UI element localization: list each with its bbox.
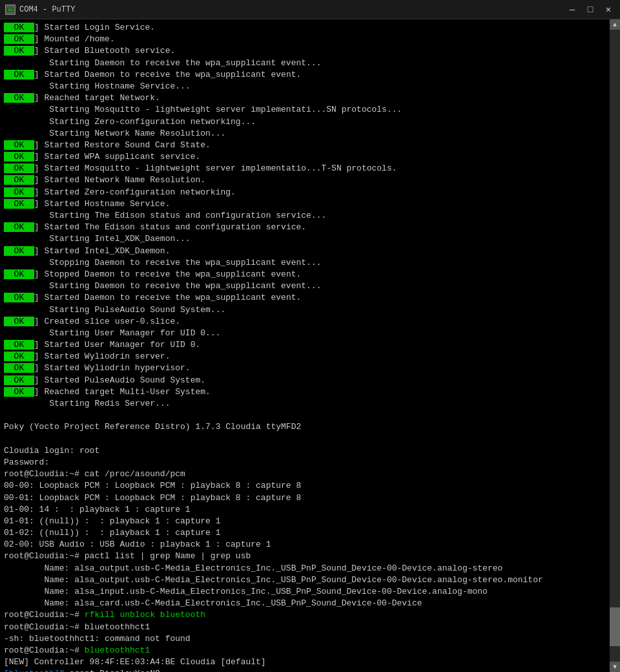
terminal-line: OK ] Started Restore Sound Card State.: [4, 140, 616, 151]
terminal-line: OK ] Started User Manager for UID 0.: [4, 339, 616, 351]
terminal-line: Starting Zero-configuration networking..…: [4, 116, 616, 128]
ok-badge: OK: [4, 269, 34, 279]
ok-badge: OK: [4, 293, 34, 302]
terminal-line: Cloudia login: root: [4, 445, 616, 457]
ok-badge: OK: [4, 340, 34, 350]
terminal-line: OK ] Created slice user-0.slice.: [4, 316, 616, 328]
terminal-line: OK ] Started Mosquitto - lightweight ser…: [4, 163, 616, 174]
terminal-line: [NEW] Controller 98:4F:EE:03:A4:BE Cloud…: [4, 656, 616, 668]
ok-badge: OK: [4, 140, 34, 150]
scrollbar[interactable]: ▲ ▼: [610, 19, 620, 672]
terminal-line: OK ] Stopped Daemon to receive the wpa_s…: [4, 269, 616, 280]
terminal-line: OK ] Started PulseAudio Sound System.: [4, 375, 616, 386]
ok-badge: OK: [4, 163, 34, 173]
terminal-line: OK ] Started WPA supplicant service.: [4, 151, 616, 163]
terminal-line: OK ] Started The Edison status and confi…: [4, 222, 616, 233]
window-title: COM4 - PuTTY: [19, 5, 566, 14]
ok-badge: OK: [4, 46, 34, 56]
ok-badge: OK: [4, 363, 34, 373]
terminal-line: OK ] Started Wyliodrin hypervisor.: [4, 362, 616, 374]
terminal-line: root@Cloudia:~# pactl list | grep Name |…: [4, 551, 616, 562]
ok-badge: OK: [4, 387, 34, 397]
maximize-button[interactable]: □: [584, 3, 597, 16]
terminal-line: Poky (Yocto Project Reference Distro) 1.…: [4, 421, 616, 433]
terminal-line: Name: alsa_output.usb-C-Media_Electronic…: [4, 574, 616, 586]
ok-badge: OK: [4, 199, 34, 209]
terminal-line: Name: alsa_output.usb-C-Media_Electronic…: [4, 563, 616, 574]
terminal-line: Starting Hostname Service...: [4, 81, 616, 92]
terminal-line: OK ] Started Network Name Resolution.: [4, 174, 616, 186]
window-controls: — □ ✕: [566, 3, 615, 16]
terminal-line: OK ] Started Wyliodrin server.: [4, 351, 616, 362]
ok-badge: OK: [4, 23, 34, 32]
svg-rect-2: [8, 8, 13, 11]
terminal-line: OK ] Reached target Network.: [4, 92, 616, 104]
terminal-line: OK ] Mounted /home.: [4, 34, 616, 45]
terminal-line: Starting User Manager for UID 0...: [4, 328, 616, 339]
scrollbar-thumb[interactable]: [610, 607, 620, 646]
terminal-line: root@Cloudia:~# cat /proc/asound/pcm: [4, 468, 616, 480]
terminal-line: 01-02: ((null)) : : playback 1 : capture…: [4, 527, 616, 539]
terminal-line: root@Cloudia:~# rfkill unblock bluetooth: [4, 609, 616, 621]
ok-badge: OK: [4, 375, 34, 385]
terminal-line: OK ] Reached target Multi-User System.: [4, 386, 616, 398]
terminal-line: OK ] Started Zero-configuration networki…: [4, 187, 616, 198]
title-bar: COM4 - PuTTY — □ ✕: [0, 0, 620, 19]
ok-badge: OK: [4, 175, 34, 185]
terminal-line: Starting Daemon to receive the wpa_suppl…: [4, 280, 616, 292]
scroll-up-button[interactable]: ▲: [610, 19, 620, 30]
ok-badge: OK: [4, 317, 34, 326]
terminal-line: OK ] Started Bluetooth service.: [4, 45, 616, 57]
ok-badge: OK: [4, 222, 34, 232]
ok-badge: OK: [4, 93, 34, 103]
terminal-line: 00-01: Loopback PCM : Loopback PCM : pla…: [4, 492, 616, 504]
terminal-line: 02-00: USB Audio : USB Audio : playback …: [4, 539, 616, 551]
ok-badge: OK: [4, 352, 34, 361]
terminal-line: Starting Mosquitto - lightweight server …: [4, 104, 616, 116]
scroll-down-button[interactable]: ▼: [610, 662, 620, 672]
terminal-line: 01-01: ((null)) : : playback 1 : capture…: [4, 516, 616, 527]
terminal-line: OK ] Started Intel_XDK_Daemon.: [4, 246, 616, 257]
ok-badge: OK: [4, 152, 34, 162]
terminal-line: Starting Intel_XDK_Daemon...: [4, 233, 616, 245]
terminal-line: Starting Redis Server...: [4, 398, 616, 410]
ok-badge: OK: [4, 34, 34, 44]
terminal-line: Starting The Edison status and configura…: [4, 210, 616, 222]
terminal-line: OK ] Started Hostname Service.: [4, 198, 616, 210]
close-button[interactable]: ✕: [602, 3, 615, 16]
app-icon: [5, 5, 16, 15]
terminal-line: root@Cloudia:~# bluetoothhct1: [4, 622, 616, 633]
terminal-line: -sh: bluetoothhct1: command not found: [4, 633, 616, 645]
ok-badge: OK: [4, 187, 34, 197]
terminal-line: Starting PulseAudio Sound System...: [4, 304, 616, 316]
minimize-button[interactable]: —: [566, 3, 579, 16]
terminal-line: Stopping Daemon to receive the wpa_suppl…: [4, 257, 616, 269]
terminal-line: Name: alsa_input.usb-C-Media_Electronics…: [4, 586, 616, 598]
terminal-line: [4, 434, 616, 445]
terminal-line: Starting Network Name Resolution...: [4, 128, 616, 140]
terminal-line: Name: alsa_card.usb-C-Media_Electronics_…: [4, 598, 616, 609]
terminal-line: [bluetooth]# agent DisplayYesNO: [4, 668, 616, 672]
terminal-line: [4, 410, 616, 421]
terminal[interactable]: OK ] Started Login Service. OK ] Mounted…: [0, 19, 620, 672]
ok-badge: OK: [4, 246, 34, 256]
terminal-line: OK ] Started Daemon to receive the wpa_s…: [4, 292, 616, 304]
ok-badge: OK: [4, 70, 34, 79]
terminal-line: OK ] Started Login Service.: [4, 22, 616, 34]
terminal-line: Starting Daemon to receive the wpa_suppl…: [4, 58, 616, 69]
terminal-line: Password:: [4, 457, 616, 468]
terminal-line: root@Cloudia:~# bluetoothhct1: [4, 645, 616, 656]
terminal-line: OK ] Started Daemon to receive the wpa_s…: [4, 69, 616, 81]
terminal-line: 01-00: 14 : : playback 1 : capture 1: [4, 504, 616, 516]
terminal-line: 00-00: Loopback PCM : Loopback PCM : pla…: [4, 480, 616, 492]
